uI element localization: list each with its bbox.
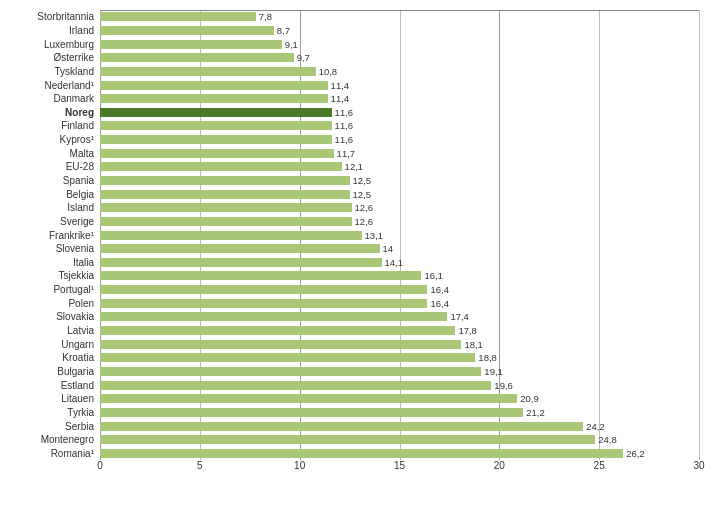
bar <box>100 353 475 362</box>
bar <box>100 12 256 21</box>
y-label: Irland <box>10 24 100 38</box>
bar-row: 13,1 <box>100 228 699 242</box>
bar-value: 11,4 <box>331 80 350 91</box>
y-label: Tsjekkia <box>10 269 100 283</box>
bar-row: 20,9 <box>100 392 699 406</box>
bar-value: 12,5 <box>353 189 372 200</box>
y-label: Island <box>10 201 100 215</box>
x-tick: 0 <box>97 460 103 471</box>
x-tick: 20 <box>494 460 505 471</box>
bar-row: 14,1 <box>100 256 699 270</box>
bar-row: 10,8 <box>100 65 699 79</box>
bar-row: 11,4 <box>100 78 699 92</box>
bar-row: 11,6 <box>100 119 699 133</box>
bar-value: 21,2 <box>526 407 545 418</box>
bar <box>100 408 523 417</box>
bar-row: 21,2 <box>100 406 699 420</box>
bar-value: 11,6 <box>335 107 354 118</box>
x-axis: 051015202530 <box>100 460 699 480</box>
bar-value: 9,1 <box>285 39 298 50</box>
bar-row: 17,4 <box>100 310 699 324</box>
bar-value: 24,8 <box>598 434 617 445</box>
bar-row: 9,7 <box>100 51 699 65</box>
bar-value: 24,2 <box>586 421 605 432</box>
bar-row: 18,1 <box>100 337 699 351</box>
bar-value: 16,4 <box>430 284 449 295</box>
bar-row: 11,6 <box>100 105 699 119</box>
y-label: Litauen <box>10 392 100 406</box>
bar <box>100 326 455 335</box>
bar <box>100 299 427 308</box>
x-tick: 5 <box>197 460 203 471</box>
bar-row: 12,1 <box>100 160 699 174</box>
bar-value: 13,1 <box>365 230 384 241</box>
bar <box>100 81 328 90</box>
bar-value: 17,8 <box>458 325 477 336</box>
grid-line <box>699 10 700 460</box>
y-label: Estland <box>10 378 100 392</box>
chart-container: StorbritanniaIrlandLuxemburgØsterrikeTys… <box>0 0 719 510</box>
bar-value: 20,9 <box>520 393 539 404</box>
bar-row: 16,1 <box>100 269 699 283</box>
bar-row: 24,2 <box>100 419 699 433</box>
bar-value: 18,8 <box>478 352 497 363</box>
bar-row: 24,8 <box>100 433 699 447</box>
bar-value: 16,1 <box>424 270 443 281</box>
y-label: Belgia <box>10 187 100 201</box>
bar-value: 14,1 <box>385 257 404 268</box>
bar <box>100 203 352 212</box>
bar <box>100 271 421 280</box>
y-label: Bulgaria <box>10 365 100 379</box>
x-tick: 30 <box>693 460 704 471</box>
bar <box>100 435 595 444</box>
bar-value: 19,1 <box>484 366 503 377</box>
y-label: Polen <box>10 296 100 310</box>
bar-row: 11,4 <box>100 92 699 106</box>
bar <box>100 94 328 103</box>
bar <box>100 40 282 49</box>
bar-row: 16,4 <box>100 283 699 297</box>
y-label: Romania¹ <box>10 447 100 461</box>
bars-area: 7,88,79,19,710,811,411,411,611,611,611,7… <box>100 10 699 460</box>
y-label: Finland <box>10 119 100 133</box>
bar <box>100 217 352 226</box>
bar-row: 12,6 <box>100 215 699 229</box>
bar-row: 26,2 <box>100 447 699 461</box>
y-label: Portugal¹ <box>10 283 100 297</box>
bar-value: 17,4 <box>450 311 469 322</box>
bar-row: 14 <box>100 242 699 256</box>
bar <box>100 258 382 267</box>
bar-row: 16,4 <box>100 296 699 310</box>
y-label: Frankrike¹ <box>10 228 100 242</box>
y-label: Tyrkia <box>10 406 100 420</box>
bar <box>100 394 517 403</box>
bar-value: 19,6 <box>494 380 513 391</box>
y-label: Latvia <box>10 324 100 338</box>
bar-row: 9,1 <box>100 37 699 51</box>
x-tick: 10 <box>294 460 305 471</box>
bar <box>100 422 583 431</box>
bar-value: 11,4 <box>331 93 350 104</box>
bar-value: 12,5 <box>353 175 372 186</box>
y-label: Spania <box>10 174 100 188</box>
y-label: Montenegro <box>10 433 100 447</box>
y-label: Serbia <box>10 419 100 433</box>
bar-value: 18,1 <box>464 339 483 350</box>
bar-value: 16,4 <box>430 298 449 309</box>
bar-value: 26,2 <box>626 448 645 459</box>
bar-row: 11,7 <box>100 146 699 160</box>
bar-row: 8,7 <box>100 24 699 38</box>
bar <box>100 285 427 294</box>
bar-value: 12,1 <box>345 161 364 172</box>
bar-value: 11,6 <box>335 120 354 131</box>
y-label: Østerrike <box>10 51 100 65</box>
bar-row: 12,6 <box>100 201 699 215</box>
bar <box>100 244 380 253</box>
y-labels: StorbritanniaIrlandLuxemburgØsterrikeTys… <box>10 10 100 460</box>
bar <box>100 53 294 62</box>
bar-value: 10,8 <box>319 66 338 77</box>
x-tick: 15 <box>394 460 405 471</box>
bar-value: 7,8 <box>259 11 272 22</box>
bar <box>100 381 491 390</box>
bar <box>100 26 274 35</box>
